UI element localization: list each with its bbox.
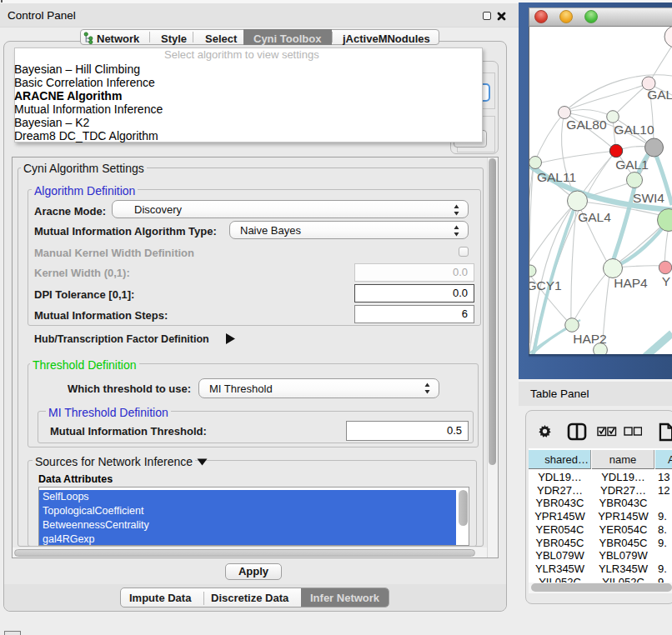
- svg-text:GAL10: GAL10: [614, 122, 654, 137]
- svg-text:GCY1: GCY1: [529, 278, 562, 292]
- svg-text:GAL80: GAL80: [566, 118, 607, 132]
- svg-text:GAL4: GAL4: [578, 210, 611, 224]
- svg-text:HAP2: HAP2: [573, 332, 607, 346]
- svg-text:GAL1: GAL1: [615, 158, 649, 172]
- svg-text:SWI4: SWI4: [633, 191, 664, 205]
- svg-text:GAL11: GAL11: [537, 170, 576, 184]
- svg-text:GAL7: GAL7: [647, 88, 672, 102]
- svg-text:HAP4: HAP4: [614, 276, 648, 290]
- svg-text:Y: Y: [662, 274, 670, 288]
